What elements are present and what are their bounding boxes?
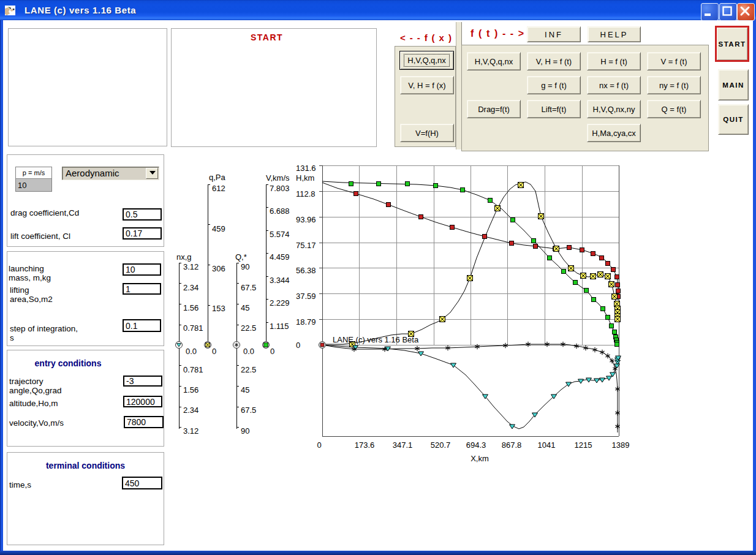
svg-text:45: 45 (241, 303, 249, 312)
svg-text:131.6: 131.6 (296, 164, 316, 173)
svg-text:612: 612 (212, 184, 225, 193)
svg-text:90: 90 (241, 426, 249, 436)
svg-text:0.781: 0.781 (183, 365, 203, 374)
svg-text:18.79: 18.79 (296, 317, 316, 327)
svg-text:0: 0 (270, 347, 274, 356)
svg-text:7.803: 7.803 (270, 184, 290, 193)
svg-text:0: 0 (317, 440, 321, 450)
svg-text:0.781: 0.781 (183, 323, 203, 333)
svg-text:2.34: 2.34 (183, 283, 198, 292)
svg-text:q,Pa: q,Pa (209, 173, 226, 182)
svg-text:2.34: 2.34 (183, 406, 198, 415)
svg-text:173.6: 173.6 (355, 440, 375, 450)
svg-text:V,km/s: V,km/s (266, 173, 290, 183)
svg-text:67.5: 67.5 (241, 283, 256, 292)
svg-text:1215: 1215 (575, 440, 592, 450)
svg-text:0.0: 0.0 (186, 347, 197, 356)
svg-text:1.56: 1.56 (183, 303, 198, 312)
svg-text:LANE (c) vers 1.16 Beta: LANE (c) vers 1.16 Beta (333, 335, 419, 344)
svg-text:37.59: 37.59 (296, 292, 316, 301)
svg-text:nx,g: nx,g (176, 252, 192, 262)
svg-text:67.5: 67.5 (241, 406, 256, 415)
svg-text:93.96: 93.96 (296, 215, 316, 224)
svg-text:45: 45 (241, 385, 249, 395)
svg-text:459: 459 (212, 224, 225, 233)
svg-text:3.12: 3.12 (183, 426, 198, 436)
svg-text:0: 0 (212, 347, 216, 356)
svg-text:694.3: 694.3 (466, 440, 486, 450)
svg-text:4.459: 4.459 (270, 252, 290, 262)
svg-text:0.0: 0.0 (243, 347, 254, 356)
svg-text:75.17: 75.17 (296, 241, 316, 250)
svg-text:153: 153 (212, 304, 225, 313)
svg-text:56.38: 56.38 (296, 266, 316, 275)
svg-text:347.1: 347.1 (393, 440, 413, 450)
svg-text:1.56: 1.56 (183, 385, 198, 395)
svg-text:1.115: 1.115 (270, 322, 289, 331)
svg-text:22.5: 22.5 (241, 323, 256, 333)
svg-text:0: 0 (296, 341, 300, 350)
svg-text:6.688: 6.688 (270, 206, 290, 216)
svg-text:3.12: 3.12 (183, 262, 198, 271)
svg-text:22.5: 22.5 (241, 365, 256, 374)
svg-text:520.7: 520.7 (431, 440, 451, 450)
svg-text:X,km: X,km (471, 454, 489, 463)
svg-text:5.574: 5.574 (270, 230, 290, 239)
svg-text:90: 90 (241, 262, 249, 271)
svg-text:3.344: 3.344 (270, 276, 290, 285)
svg-text:1389: 1389 (612, 440, 630, 450)
svg-text:306: 306 (212, 264, 225, 273)
svg-text:H,km: H,km (296, 173, 314, 183)
svg-text:2.229: 2.229 (270, 298, 290, 308)
svg-text:1041: 1041 (538, 440, 556, 450)
svg-text:Q,*: Q,* (235, 252, 247, 262)
svg-text:112.8: 112.8 (296, 189, 316, 198)
svg-text:867.8: 867.8 (502, 440, 522, 450)
